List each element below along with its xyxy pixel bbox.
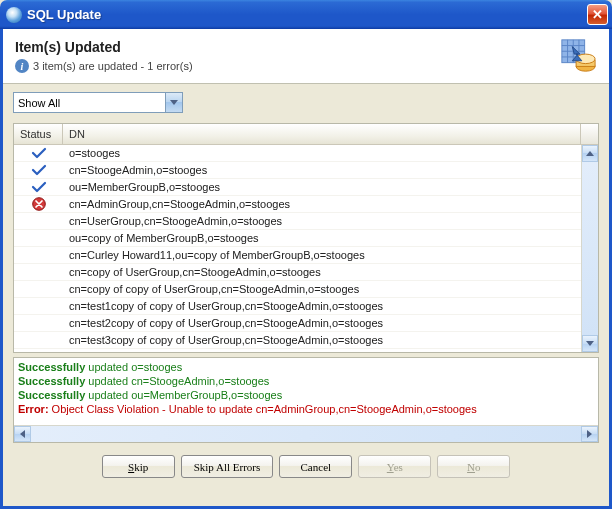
grid-header-corner bbox=[581, 124, 598, 144]
filter-combo[interactable]: Show All bbox=[13, 92, 183, 113]
status-cell bbox=[14, 181, 63, 193]
combo-dropdown-button[interactable] bbox=[165, 93, 182, 112]
grid-vertical-scrollbar[interactable] bbox=[581, 145, 598, 352]
scroll-track[interactable] bbox=[582, 162, 598, 335]
check-icon bbox=[31, 147, 47, 159]
column-header-status[interactable]: Status bbox=[14, 124, 63, 144]
table-row[interactable]: cn=test10copy of copy of UserGroup,cn=St… bbox=[14, 349, 581, 352]
table-row[interactable]: cn=UserGroup,cn=StoogeAdmin,o=stooges bbox=[14, 213, 581, 230]
chevron-right-icon bbox=[587, 430, 592, 438]
error-icon bbox=[32, 197, 46, 211]
dn-cell: cn=StoogeAdmin,o=stooges bbox=[63, 164, 581, 176]
grid-header: Status DN bbox=[14, 124, 598, 145]
column-header-dn[interactable]: DN bbox=[63, 124, 581, 144]
scroll-down-button[interactable] bbox=[582, 335, 598, 352]
status-cell bbox=[14, 197, 63, 211]
table-row[interactable]: cn=copy of UserGroup,cn=StoogeAdmin,o=st… bbox=[14, 264, 581, 281]
grid-rows: o=stoogescn=StoogeAdmin,o=stoogesou=Memb… bbox=[14, 145, 581, 352]
dn-cell: cn=test1copy of copy of UserGroup,cn=Sto… bbox=[63, 300, 581, 312]
check-icon bbox=[31, 181, 47, 193]
info-text: 3 item(s) are updated - 1 error(s) bbox=[33, 60, 193, 72]
close-icon: ✕ bbox=[592, 7, 603, 22]
dn-cell: cn=Curley Howard11,ou=copy of MemberGrou… bbox=[63, 249, 581, 261]
log-body: Successfully updated o=stoogesSuccessful… bbox=[14, 358, 598, 425]
dn-cell: cn=copy of copy of UserGroup,cn=StoogeAd… bbox=[63, 283, 581, 295]
log-horizontal-scrollbar[interactable] bbox=[14, 425, 598, 442]
results-grid: Status DN o=stoogescn=StoogeAdmin,o=stoo… bbox=[13, 123, 599, 353]
scroll-track[interactable] bbox=[31, 426, 581, 442]
dn-cell: o=stooges bbox=[63, 147, 581, 159]
scroll-up-button[interactable] bbox=[582, 145, 598, 162]
window-titlebar: SQL Update ✕ bbox=[0, 0, 612, 29]
info-icon: i bbox=[15, 59, 29, 73]
page-title: Item(s) Updated bbox=[15, 39, 559, 55]
table-row[interactable]: cn=AdminGroup,cn=StoogeAdmin,o=stooges bbox=[14, 196, 581, 213]
close-button[interactable]: ✕ bbox=[587, 4, 608, 25]
log-line: Successfully updated o=stooges bbox=[18, 360, 594, 374]
no-button[interactable]: No bbox=[437, 455, 510, 478]
chevron-up-icon bbox=[586, 151, 594, 156]
dn-cell: cn=AdminGroup,cn=StoogeAdmin,o=stooges bbox=[63, 198, 581, 210]
log-line: Successfully updated cn=StoogeAdmin,o=st… bbox=[18, 374, 594, 388]
log-line: Successfully updated ou=MemberGroupB,o=s… bbox=[18, 388, 594, 402]
table-row[interactable]: cn=Curley Howard11,ou=copy of MemberGrou… bbox=[14, 247, 581, 264]
table-row[interactable]: cn=test1copy of copy of UserGroup,cn=Sto… bbox=[14, 298, 581, 315]
app-icon bbox=[6, 7, 22, 23]
filter-row: Show All bbox=[13, 92, 599, 113]
dn-cell: cn=UserGroup,cn=StoogeAdmin,o=stooges bbox=[63, 215, 581, 227]
status-cell bbox=[14, 147, 63, 159]
dialog-buttons: Skip Skip All Errors Cancel Yes No bbox=[13, 443, 599, 490]
page-header: Item(s) Updated i 3 item(s) are updated … bbox=[3, 29, 609, 84]
update-icon bbox=[559, 37, 597, 75]
yes-button[interactable]: Yes bbox=[358, 455, 431, 478]
client-area: Item(s) Updated i 3 item(s) are updated … bbox=[0, 29, 612, 509]
dn-cell: cn=test10copy of copy of UserGroup,cn=St… bbox=[63, 351, 581, 352]
info-row: i 3 item(s) are updated - 1 error(s) bbox=[15, 59, 559, 73]
check-icon bbox=[31, 164, 47, 176]
table-row[interactable]: ou=MemberGroupB,o=stooges bbox=[14, 179, 581, 196]
cancel-button[interactable]: Cancel bbox=[279, 455, 352, 478]
chevron-down-icon bbox=[586, 341, 594, 346]
log-line: Error: Object Class Violation - Unable t… bbox=[18, 402, 594, 416]
dn-cell: cn=test3copy of copy of UserGroup,cn=Sto… bbox=[63, 334, 581, 346]
skip-all-errors-button[interactable]: Skip All Errors bbox=[181, 455, 274, 478]
table-row[interactable]: cn=copy of copy of UserGroup,cn=StoogeAd… bbox=[14, 281, 581, 298]
table-row[interactable]: cn=test2copy of copy of UserGroup,cn=Sto… bbox=[14, 315, 581, 332]
window-title: SQL Update bbox=[27, 7, 587, 22]
table-row[interactable]: ou=copy of MemberGroupB,o=stooges bbox=[14, 230, 581, 247]
skip-button[interactable]: Skip bbox=[102, 455, 175, 478]
table-row[interactable]: cn=StoogeAdmin,o=stooges bbox=[14, 162, 581, 179]
dn-cell: ou=MemberGroupB,o=stooges bbox=[63, 181, 581, 193]
chevron-left-icon bbox=[20, 430, 25, 438]
scroll-left-button[interactable] bbox=[14, 426, 31, 442]
filter-combo-value: Show All bbox=[18, 97, 165, 109]
dn-cell: cn=test2copy of copy of UserGroup,cn=Sto… bbox=[63, 317, 581, 329]
dn-cell: ou=copy of MemberGroupB,o=stooges bbox=[63, 232, 581, 244]
table-row[interactable]: cn=test3copy of copy of UserGroup,cn=Sto… bbox=[14, 332, 581, 349]
chevron-down-icon bbox=[170, 100, 178, 105]
log-panel: Successfully updated o=stoogesSuccessful… bbox=[13, 357, 599, 443]
scroll-right-button[interactable] bbox=[581, 426, 598, 442]
table-row[interactable]: o=stooges bbox=[14, 145, 581, 162]
status-cell bbox=[14, 164, 63, 176]
dn-cell: cn=copy of UserGroup,cn=StoogeAdmin,o=st… bbox=[63, 266, 581, 278]
